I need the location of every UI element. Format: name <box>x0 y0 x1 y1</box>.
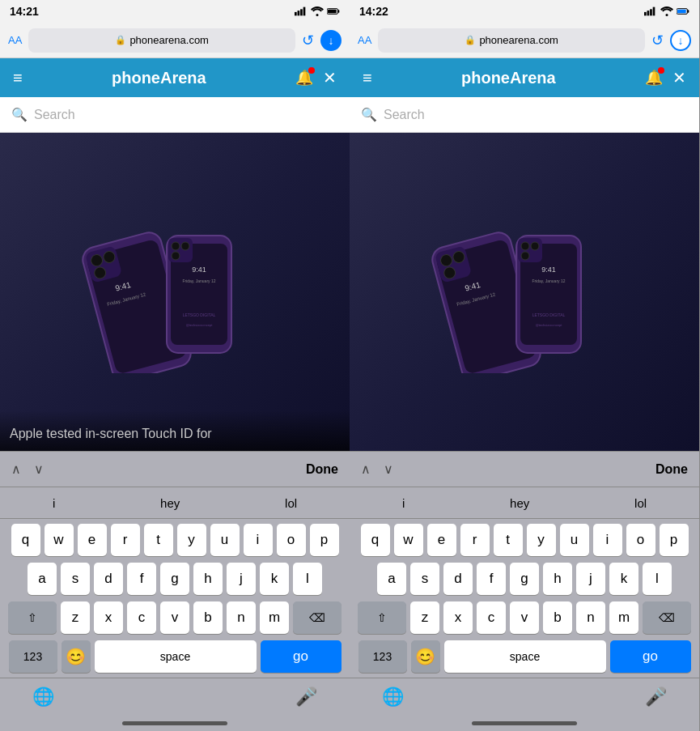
key-l-right[interactable]: l <box>643 563 672 595</box>
url-bar-left[interactable]: 🔒 phonearena.com <box>28 28 295 53</box>
key-x-right[interactable]: x <box>443 601 473 634</box>
mic-icon-right[interactable]: 🎤 <box>645 686 667 708</box>
key-go-right[interactable]: go <box>610 640 691 673</box>
close-btn-left[interactable]: ✕ <box>323 68 337 87</box>
key-c-left[interactable]: c <box>127 601 156 634</box>
key-space-right[interactable]: space <box>444 640 606 673</box>
key-m-right[interactable]: m <box>609 601 638 634</box>
key-q-right[interactable]: q <box>361 524 390 556</box>
key-y-left[interactable]: y <box>177 524 206 556</box>
key-k-right[interactable]: k <box>609 563 638 595</box>
key-i-left[interactable]: i <box>244 524 273 556</box>
download-btn-right[interactable]: ↓ <box>670 30 691 51</box>
key-g-right[interactable]: g <box>510 563 539 595</box>
key-o-left[interactable]: o <box>277 524 306 556</box>
key-n-left[interactable]: n <box>227 601 256 634</box>
key-w-left[interactable]: w <box>45 524 74 556</box>
key-space-left[interactable]: space <box>95 640 257 673</box>
key-a-right[interactable]: a <box>377 563 406 595</box>
hamburger-icon-left[interactable]: ≡ <box>13 69 23 87</box>
bell-icon-left[interactable]: 🔔 <box>295 69 313 87</box>
refresh-btn-left[interactable]: ↺ <box>302 32 314 49</box>
key-v-right[interactable]: v <box>510 601 539 634</box>
key-shift-left[interactable]: ⇧ <box>8 601 57 634</box>
key-t-left[interactable]: t <box>144 524 173 556</box>
search-bar-left[interactable]: 🔍 Search <box>0 97 350 133</box>
key-s-left[interactable]: s <box>61 563 90 595</box>
key-r-left[interactable]: r <box>111 524 140 556</box>
done-btn-left[interactable]: Done <box>306 462 338 477</box>
autocomplete-hey-left[interactable]: hey <box>151 496 189 510</box>
key-i-right[interactable]: i <box>593 524 622 556</box>
key-emoji-right[interactable]: 😊 <box>411 640 440 673</box>
key-m-left[interactable]: m <box>260 601 289 634</box>
search-bar-right[interactable]: 🔍 Search <box>350 97 699 133</box>
refresh-btn-right[interactable]: ↺ <box>651 32 664 49</box>
search-icon-left: 🔍 <box>11 107 28 122</box>
key-g-left[interactable]: g <box>160 563 189 595</box>
arrow-up-btn-right[interactable]: ∧ <box>361 461 371 477</box>
key-z-right[interactable]: z <box>410 601 439 634</box>
autocomplete-lol-left[interactable]: lol <box>275 496 307 510</box>
key-x-left[interactable]: x <box>94 601 123 634</box>
key-delete-left[interactable]: ⌫ <box>293 601 342 634</box>
done-btn-right[interactable]: Done <box>655 462 688 477</box>
key-j-left[interactable]: j <box>227 563 256 595</box>
key-n-right[interactable]: n <box>576 601 605 634</box>
key-q-left[interactable]: q <box>11 524 40 556</box>
key-123-right[interactable]: 123 <box>358 640 407 673</box>
hamburger-icon-right[interactable]: ≡ <box>363 69 372 87</box>
key-b-left[interactable]: b <box>193 601 223 634</box>
key-b-right[interactable]: b <box>543 601 572 634</box>
key-e-right[interactable]: e <box>427 524 456 556</box>
key-p-left[interactable]: p <box>310 524 339 556</box>
key-123-left[interactable]: 123 <box>9 640 57 673</box>
key-l-left[interactable]: l <box>293 563 322 595</box>
mic-icon-left[interactable]: 🎤 <box>295 686 317 708</box>
arrow-down-btn-left[interactable]: ∨ <box>34 461 44 477</box>
key-y-right[interactable]: y <box>527 524 556 556</box>
key-shift-right[interactable]: ⇧ <box>358 601 406 634</box>
key-a-left[interactable]: a <box>28 563 57 595</box>
left-phone-screen: 14:21 AA 🔒 <box>0 0 350 731</box>
autocomplete-lol-right[interactable]: lol <box>625 496 656 510</box>
url-bar-right[interactable]: 🔒 phonearena.com <box>378 28 645 53</box>
arrow-up-btn-left[interactable]: ∧ <box>11 461 21 477</box>
key-c-right[interactable]: c <box>477 601 506 634</box>
aa-label-left[interactable]: AA <box>8 34 22 46</box>
key-u-right[interactable]: u <box>560 524 589 556</box>
key-z-left[interactable]: z <box>61 601 90 634</box>
arrow-down-btn-right[interactable]: ∨ <box>384 461 393 477</box>
globe-icon-left[interactable]: 🌐 <box>32 686 54 708</box>
key-emoji-left[interactable]: 😊 <box>62 640 91 673</box>
key-d-left[interactable]: d <box>94 563 123 595</box>
key-v-left[interactable]: v <box>160 601 189 634</box>
key-o-right[interactable]: o <box>626 524 655 556</box>
close-btn-right[interactable]: ✕ <box>672 68 686 87</box>
autocomplete-i-right[interactable]: i <box>392 496 414 510</box>
autocomplete-i-left[interactable]: i <box>43 496 65 510</box>
key-r-right[interactable]: r <box>460 524 490 556</box>
key-j-right[interactable]: j <box>576 563 605 595</box>
browser-bar-right[interactable]: AA 🔒 phonearena.com ↺ ↓ <box>350 23 699 58</box>
key-k-left[interactable]: k <box>260 563 289 595</box>
key-h-left[interactable]: h <box>193 563 223 595</box>
key-f-left[interactable]: f <box>127 563 156 595</box>
key-d-right[interactable]: d <box>443 563 473 595</box>
key-w-right[interactable]: w <box>394 524 423 556</box>
key-delete-right[interactable]: ⌫ <box>643 601 691 634</box>
key-e-left[interactable]: e <box>78 524 107 556</box>
key-t-right[interactable]: t <box>494 524 523 556</box>
key-s-right[interactable]: s <box>410 563 439 595</box>
download-btn-left[interactable]: ↓ <box>320 30 342 51</box>
key-p-right[interactable]: p <box>660 524 689 556</box>
aa-label-right[interactable]: AA <box>358 34 371 46</box>
key-go-left[interactable]: go <box>261 640 342 673</box>
key-u-left[interactable]: u <box>210 524 240 556</box>
globe-icon-right[interactable]: 🌐 <box>382 686 404 708</box>
autocomplete-hey-right[interactable]: hey <box>500 496 539 510</box>
key-h-right[interactable]: h <box>543 563 572 595</box>
browser-bar-left[interactable]: AA 🔒 phonearena.com ↺ ↓ <box>0 23 350 58</box>
key-f-right[interactable]: f <box>477 563 506 595</box>
bell-icon-right[interactable]: 🔔 <box>645 69 663 87</box>
